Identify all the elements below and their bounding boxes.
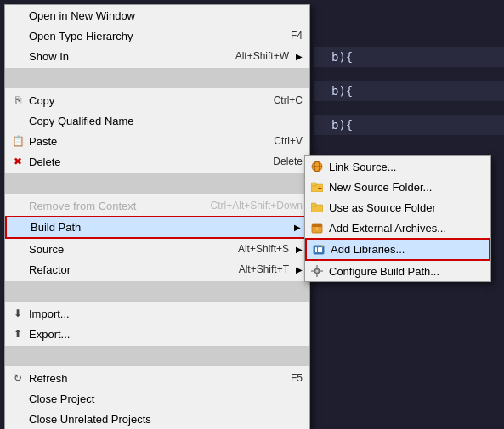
submenu-add-external-archives[interactable]: + Add External Archives... [305, 217, 490, 238]
menu-remove-from-context[interactable]: Remove from Context Ctrl+Alt+Shift+Down [5, 195, 309, 216]
import-icon: ⬇ [10, 306, 25, 321]
editor-line-1: b){ [314, 47, 504, 67]
menu-close-unrelated-projects[interactable]: Close Unrelated Projects [5, 409, 309, 429]
context-menu: Open in New Window Open Type Hierarchy F… [4, 4, 310, 429]
submenu-use-as-source-folder[interactable]: Use as Source Folder [305, 197, 490, 217]
editor-line-3: b){ [314, 115, 504, 135]
add-libraries-icon: + [312, 243, 326, 257]
menu-copy[interactable]: ⎘ Copy Ctrl+C [5, 90, 309, 110]
submenu-arrow-show-in: ▶ [296, 52, 303, 61]
menu-build-path[interactable]: Build Path ▶ [5, 216, 309, 239]
delete-icon: ✖ [10, 154, 25, 169]
svg-rect-4 [311, 183, 316, 186]
submenu-arrow-source: ▶ [296, 245, 303, 254]
svg-rect-18 [316, 265, 318, 268]
submenu-configure-build-path[interactable]: Configure Build Path... [305, 261, 490, 281]
editor-line-2: b){ [314, 81, 504, 101]
build-path-submenu: Link Source... + New Source Folder... Us… [304, 155, 491, 282]
submenu-link-source[interactable]: Link Source... [305, 156, 490, 177]
menu-export[interactable]: ⬆ Export... [5, 324, 309, 344]
menu-refactor[interactable]: Refactor Alt+Shift+T ▶ [5, 259, 309, 279]
separator-4 [5, 346, 309, 366]
export-icon: ⬆ [10, 326, 25, 342]
svg-rect-19 [316, 274, 318, 277]
svg-rect-20 [311, 270, 314, 272]
svg-rect-13 [318, 247, 320, 252]
svg-rect-12 [315, 247, 317, 252]
submenu-add-libraries[interactable]: + Add Libraries... [305, 238, 490, 261]
svg-text:+: + [318, 184, 322, 192]
svg-rect-21 [320, 270, 323, 272]
configure-build-path-icon [310, 264, 324, 278]
separator-1 [5, 68, 309, 88]
menu-copy-qualified-name[interactable]: Copy Qualified Name [5, 110, 309, 131]
menu-source[interactable]: Source Alt+Shift+S ▶ [5, 239, 309, 259]
submenu-arrow-refactor: ▶ [296, 265, 303, 274]
menu-paste[interactable]: 📋 Paste Ctrl+V [5, 131, 309, 151]
use-as-source-folder-icon [310, 200, 324, 214]
submenu-new-source-folder[interactable]: + New Source Folder... [305, 177, 490, 197]
menu-delete[interactable]: ✖ Delete Delete [5, 151, 309, 172]
refresh-icon: ↻ [10, 370, 25, 386]
menu-import[interactable]: ⬇ Import... [5, 303, 309, 324]
svg-rect-7 [311, 203, 316, 206]
new-source-folder-icon: + [310, 180, 324, 194]
svg-text:+: + [315, 226, 319, 232]
menu-open-type-hierarchy[interactable]: Open Type Hierarchy F4 [5, 25, 309, 46]
menu-open-new-window[interactable]: Open in New Window [5, 5, 309, 25]
link-source-icon [310, 160, 324, 173]
svg-text:+: + [321, 244, 325, 248]
paste-icon: 📋 [10, 133, 25, 149]
menu-refresh[interactable]: ↻ Refresh F5 [5, 368, 309, 388]
separator-3 [5, 281, 309, 302]
copy-icon: ⎘ [10, 93, 25, 108]
svg-point-17 [316, 270, 319, 273]
separator-2 [5, 173, 309, 194]
menu-show-in[interactable]: Show In Alt+Shift+W ▶ [5, 46, 309, 66]
menu-close-project[interactable]: Close Project [5, 388, 309, 409]
add-external-archives-icon: + [310, 221, 324, 234]
submenu-arrow-build-path: ▶ [294, 223, 301, 232]
